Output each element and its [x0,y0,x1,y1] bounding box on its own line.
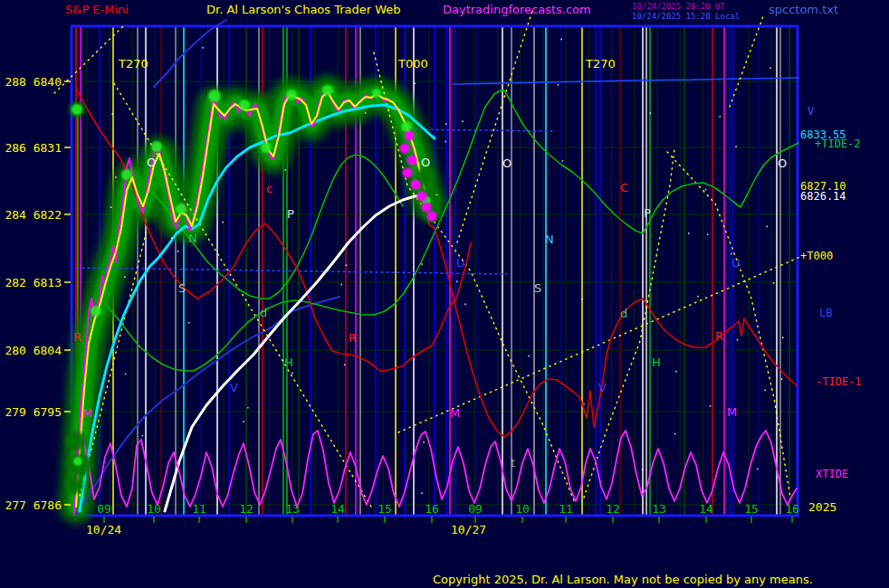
speckle [773,282,775,284]
speckle [560,39,562,41]
margin-label: 6826.14 [800,190,846,203]
magenta-dot [400,144,410,154]
cycle-letter: R [73,330,81,344]
hour-label: 09 [97,502,111,516]
cycle-letter: S [534,281,541,295]
speckle [719,116,721,118]
green-bright-spot [401,121,412,132]
speckle [346,264,348,266]
green-bright-spot [151,141,162,152]
speckle [110,206,112,208]
green-bright-spot [176,204,186,214]
green-bright-spot [121,169,132,180]
cycle-letter: O [778,156,787,170]
symbol-label: S&P E-Mini [65,3,129,16]
speckle [650,112,652,114]
margin-label: +TIDE-2 [815,138,861,150]
speckle [462,120,464,122]
margin-label: +T000 [800,250,833,262]
speckle [766,226,768,228]
speckle [423,441,425,443]
speckle [528,356,530,357]
speckle [675,371,677,373]
speckle [188,322,190,324]
cycle-letter: U [731,256,741,270]
speckle [421,492,423,494]
margin-label: LB [819,307,832,319]
speckle [202,47,204,49]
data-filename[interactable]: spcctom.txt [769,3,838,16]
y-axis-label: 277 6786 [5,498,62,512]
speckle [284,169,286,171]
cycle-letter: V [598,381,607,394]
magenta-dot [405,131,415,141]
hour-label: 13 [652,502,666,516]
hour-label: 13 [285,502,300,516]
speckle [562,160,564,162]
magenta-dot [427,212,437,222]
chart-canvas: 288 6840286 6831284 6822282 6813280 6804… [0,0,889,588]
speckle [707,233,709,235]
speckle [124,276,126,278]
y-axis-label: 280 6804 [5,344,62,357]
hour-label: 11 [192,502,206,516]
speckle [414,82,416,84]
margin-label: XTIDE [816,468,848,480]
green-bright-spot [286,90,297,100]
cycle-letter: N [545,232,554,246]
speckle [243,421,244,422]
speckle [456,280,458,282]
cycle-letter: H [652,356,661,369]
cycle-letter: d [260,306,267,319]
hour-label: 10 [147,502,161,516]
y-axis-label: 288 6840 [5,75,62,89]
speckle [171,237,173,239]
cycle-letter: T270 [585,57,616,71]
site-link[interactable]: Daytradingforecasts.com [443,3,591,16]
speckle [292,373,293,375]
speckle [642,469,644,470]
hour-label: 14 [699,502,713,516]
year-label: 2025 [808,500,836,514]
magenta-dot [422,203,432,213]
cycle-letter: O [421,156,430,169]
speckle [444,141,446,143]
cycle-letter: t [511,456,515,469]
cycle-letter: M [727,405,737,419]
speckle [421,263,423,265]
speckle [710,405,712,407]
hour-label: 12 [606,502,620,516]
green-blob [66,432,86,451]
speckle [735,146,737,147]
margin-label: -TIDE-1 [816,375,862,388]
speckle [365,112,367,114]
cycle-letter: S [178,281,186,295]
y-axis-label: 279 6795 [5,405,62,419]
hour-label: 16 [425,502,439,516]
page-title: Dr. Al Larson's Chaos Trader Web [206,3,401,16]
date-label: 10/27 [451,523,486,536]
speckle [222,222,224,223]
speckle [764,389,766,391]
green-bright-spot [372,89,381,98]
magenta-dot [417,192,427,202]
cycle-letter: T270 [118,57,148,71]
hour-label: 15 [744,502,759,516]
speckle [125,374,127,375]
cycle-letter: C [620,181,628,194]
speckle [581,299,583,300]
cycle-letter: N [188,232,197,245]
green-bright-spot [91,306,101,317]
y-axis-label: 282 6813 [5,276,62,289]
cycle-letter: H [284,356,293,369]
speckle [142,435,144,437]
speckle [111,113,113,115]
green-bright-spot [239,100,250,110]
cycle-letter: P [644,206,651,220]
speckle [731,253,732,255]
green-bright-spot [72,104,82,115]
speckle [782,337,784,338]
hour-label: 09 [468,502,483,516]
cycle-letter: O [147,156,156,169]
timestamp-local: 10/24/2025 15:20 Local [632,12,740,21]
